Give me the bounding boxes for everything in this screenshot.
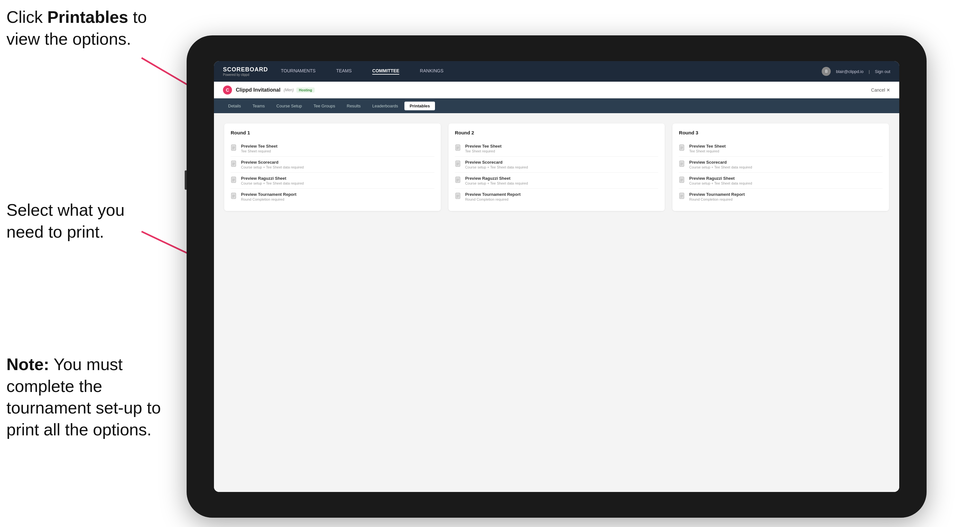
- print-item-sub: Course setup + Tee Sheet data required: [241, 181, 304, 185]
- doc-icon: [231, 160, 238, 169]
- print-item-sub: Course setup + Tee Sheet data required: [241, 165, 304, 169]
- svg-rect-28: [456, 177, 460, 183]
- tournament-badge: (Men): [284, 88, 294, 92]
- tab-tee-groups[interactable]: Tee Groups: [309, 102, 340, 110]
- nav-teams[interactable]: TEAMS: [336, 68, 352, 75]
- print-item-title: Preview Tee Sheet: [465, 144, 501, 149]
- print-item-text: Preview Raguzzi Sheet Course setup + Tee…: [689, 176, 752, 185]
- nav-links: TOURNAMENTS TEAMS COMMITTEE RANKINGS: [281, 68, 822, 75]
- print-item-r1-3[interactable]: Preview Tournament Report Round Completi…: [231, 189, 434, 205]
- round-2-title: Round 2: [455, 130, 659, 135]
- print-item-title: Preview Tournament Report: [689, 192, 745, 197]
- print-item-text: Preview Tee Sheet Tee Sheet required: [689, 144, 725, 153]
- print-item-title: Preview Tee Sheet: [241, 144, 277, 149]
- round-3-section: Round 3 Preview Tee Sheet Tee Sheet requ…: [673, 124, 889, 211]
- doc-icon: [455, 144, 462, 153]
- print-item-r2-0[interactable]: Preview Tee Sheet Tee Sheet required: [455, 141, 659, 157]
- main-content: Round 1 Preview Tee Sheet Tee Sheet requ…: [214, 113, 899, 492]
- round-2-section: Round 2 Preview Tee Sheet Tee Sheet requ…: [449, 124, 665, 211]
- print-item-r3-0[interactable]: Preview Tee Sheet Tee Sheet required: [679, 141, 883, 157]
- svg-rect-36: [679, 145, 684, 151]
- doc-icon: [679, 193, 686, 201]
- tournament-logo: C: [223, 86, 232, 95]
- tab-course-setup[interactable]: Course Setup: [271, 102, 307, 110]
- sub-tabs: Details Teams Course Setup Tee Groups Re…: [214, 98, 899, 113]
- user-avatar: B: [822, 67, 831, 76]
- print-item-sub: Round Completion required: [241, 197, 296, 201]
- round-1-title: Round 1: [231, 130, 434, 135]
- nav-committee[interactable]: COMMITTEE: [372, 68, 399, 75]
- print-item-r3-1[interactable]: Preview Scorecard Course setup + Tee She…: [679, 157, 883, 173]
- round-1-section: Round 1 Preview Tee Sheet Tee Sheet requ…: [224, 124, 441, 211]
- nav-tournaments[interactable]: TOURNAMENTS: [281, 68, 316, 75]
- tournament-header: C Clippd Invitational (Men) Hosting Canc…: [214, 82, 899, 98]
- print-item-title: Preview Raguzzi Sheet: [465, 176, 528, 181]
- tablet-frame: SCOREBOARD Powered by clippd TOURNAMENTS…: [187, 35, 927, 517]
- doc-icon: [231, 193, 238, 201]
- print-item-text: Preview Tournament Report Round Completi…: [689, 192, 745, 201]
- print-item-r1-2[interactable]: Preview Raguzzi Sheet Course setup + Tee…: [231, 173, 434, 189]
- nav-rankings[interactable]: RANKINGS: [420, 68, 443, 75]
- print-item-r3-3[interactable]: Preview Tournament Report Round Completi…: [679, 189, 883, 205]
- cancel-button[interactable]: Cancel ✕: [871, 87, 890, 93]
- brand: SCOREBOARD Powered by clippd: [223, 66, 268, 76]
- print-item-r2-1[interactable]: Preview Scorecard Course setup + Tee She…: [455, 157, 659, 173]
- hosting-badge: Hosting: [296, 87, 315, 93]
- tab-printables[interactable]: Printables: [404, 102, 435, 110]
- print-item-sub: Round Completion required: [689, 197, 745, 201]
- print-item-title: Preview Scorecard: [241, 160, 304, 165]
- print-item-text: Preview Scorecard Course setup + Tee She…: [241, 160, 304, 169]
- svg-rect-4: [231, 145, 236, 151]
- brand-sub: Powered by clippd: [223, 73, 268, 76]
- round-3-title: Round 3: [679, 130, 883, 135]
- tab-results[interactable]: Results: [342, 102, 366, 110]
- print-item-sub: Course setup + Tee Sheet data required: [465, 165, 528, 169]
- print-item-text: Preview Tee Sheet Tee Sheet required: [465, 144, 501, 153]
- svg-rect-24: [456, 161, 460, 167]
- doc-icon: [455, 193, 462, 201]
- print-item-sub: Tee Sheet required: [465, 149, 501, 153]
- tablet-button: [185, 170, 187, 190]
- doc-icon: [455, 160, 462, 169]
- doc-icon: [679, 176, 686, 185]
- print-item-r1-0[interactable]: Preview Tee Sheet Tee Sheet required: [231, 141, 434, 157]
- print-item-text: Preview Scorecard Course setup + Tee She…: [465, 160, 528, 169]
- print-item-sub: Tee Sheet required: [241, 149, 277, 153]
- print-item-r3-2[interactable]: Preview Raguzzi Sheet Course setup + Tee…: [679, 173, 883, 189]
- print-item-r2-3[interactable]: Preview Tournament Report Round Completi…: [455, 189, 659, 205]
- sign-out-link[interactable]: Sign out: [875, 69, 890, 74]
- tab-teams[interactable]: Teams: [247, 102, 270, 110]
- print-item-sub: Course setup + Tee Sheet data required: [689, 181, 752, 185]
- svg-rect-48: [679, 193, 684, 199]
- print-item-r2-2[interactable]: Preview Raguzzi Sheet Course setup + Tee…: [455, 173, 659, 189]
- print-item-title: Preview Tee Sheet: [689, 144, 725, 149]
- print-item-sub: Course setup + Tee Sheet data required: [689, 165, 752, 169]
- instruction-bottom: Note: You must complete the tournament s…: [6, 354, 174, 441]
- tab-details[interactable]: Details: [223, 102, 246, 110]
- svg-rect-12: [231, 177, 236, 183]
- svg-rect-8: [231, 161, 236, 167]
- instruction-mid: Select what you need to print.: [6, 199, 124, 243]
- nav-right: B blair@clippd.io | Sign out: [822, 67, 890, 76]
- svg-rect-32: [456, 193, 460, 199]
- print-item-title: Preview Raguzzi Sheet: [689, 176, 752, 181]
- svg-rect-40: [679, 161, 684, 167]
- print-item-title: Preview Tournament Report: [241, 192, 296, 197]
- doc-icon: [231, 144, 238, 153]
- print-item-r1-1[interactable]: Preview Scorecard Course setup + Tee She…: [231, 157, 434, 173]
- svg-rect-16: [231, 193, 236, 199]
- print-item-sub: Tee Sheet required: [689, 149, 725, 153]
- print-item-title: Preview Scorecard: [465, 160, 528, 165]
- print-item-text: Preview Raguzzi Sheet Course setup + Tee…: [241, 176, 304, 185]
- rounds-grid: Round 1 Preview Tee Sheet Tee Sheet requ…: [224, 124, 889, 211]
- tournament-name: Clippd Invitational: [236, 87, 280, 93]
- print-item-text: Preview Raguzzi Sheet Course setup + Tee…: [465, 176, 528, 185]
- print-item-sub: Course setup + Tee Sheet data required: [465, 181, 528, 185]
- print-item-text: Preview Tournament Report Round Completi…: [241, 192, 296, 201]
- tab-leaderboards[interactable]: Leaderboards: [367, 102, 403, 110]
- svg-rect-44: [679, 177, 684, 183]
- doc-icon: [679, 144, 686, 153]
- brand-title: SCOREBOARD: [223, 66, 268, 73]
- tablet-screen: SCOREBOARD Powered by clippd TOURNAMENTS…: [214, 61, 899, 492]
- svg-rect-20: [456, 145, 460, 151]
